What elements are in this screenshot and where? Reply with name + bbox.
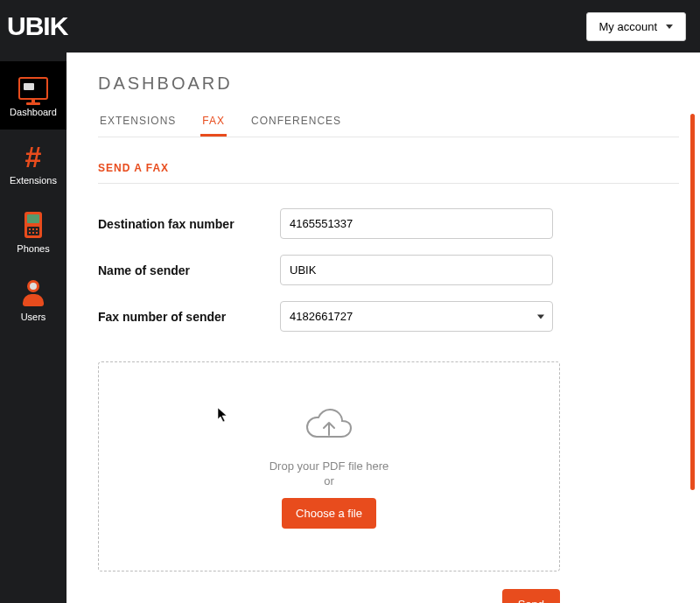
sidebar-item-label: Phones xyxy=(17,243,49,254)
sidebar: Dashboard # Extensions Phones Users xyxy=(0,53,66,603)
sidebar-item-dashboard[interactable]: Dashboard xyxy=(0,61,66,130)
tab-extensions[interactable]: EXTENSIONS xyxy=(98,108,178,137)
tab-conferences[interactable]: CONFERENCES xyxy=(249,108,343,137)
cloud-upload-icon xyxy=(305,405,353,444)
app-logo: UBIK xyxy=(7,11,67,41)
sidebar-item-label: Users xyxy=(21,312,46,322)
sender-name-label: Name of sender xyxy=(98,263,280,277)
destination-fax-input[interactable] xyxy=(280,208,553,239)
tabs: EXTENSIONS FAX CONFERENCES xyxy=(98,108,679,137)
dropzone-or: or xyxy=(324,474,334,487)
sidebar-item-label: Dashboard xyxy=(10,107,57,117)
main-content: DASHBOARD EXTENSIONS FAX CONFERENCES SEN… xyxy=(66,53,700,603)
phone-device-icon xyxy=(18,212,49,238)
my-account-dropdown[interactable]: My account xyxy=(586,12,686,41)
choose-file-button[interactable]: Choose a file xyxy=(282,498,376,529)
sidebar-item-users[interactable]: Users xyxy=(0,266,66,334)
sender-fax-label: Fax number of sender xyxy=(98,310,280,324)
form-row-destination: Destination fax number xyxy=(98,208,679,239)
destination-label: Destination fax number xyxy=(98,217,280,231)
send-button[interactable]: Send xyxy=(502,589,560,603)
user-icon xyxy=(18,280,49,306)
send-row: Send xyxy=(98,589,560,603)
dropzone-text: Drop your PDF file here xyxy=(270,459,389,473)
sidebar-item-extensions[interactable]: # Extensions xyxy=(0,130,66,198)
form-row-sender-fax: Fax number of sender 4182661727 xyxy=(98,301,679,332)
scrollbar[interactable] xyxy=(690,114,695,490)
sender-fax-select-wrap: 4182661727 xyxy=(280,301,553,332)
sender-name-input[interactable] xyxy=(280,255,553,285)
form-row-sender-name: Name of sender xyxy=(98,255,679,285)
tab-fax[interactable]: FAX xyxy=(200,108,227,137)
my-account-label: My account xyxy=(599,20,657,33)
section-heading: SEND A FAX xyxy=(98,162,679,184)
sender-fax-select[interactable]: 4182661727 xyxy=(280,301,553,332)
sidebar-item-label: Extensions xyxy=(10,175,57,186)
sidebar-item-phones[interactable]: Phones xyxy=(0,198,66,266)
topbar: UBIK My account xyxy=(0,0,700,53)
caret-down-icon xyxy=(666,25,673,29)
monitor-icon xyxy=(18,75,49,102)
page-title: DASHBOARD xyxy=(98,74,679,94)
hash-icon: # xyxy=(18,144,49,170)
file-dropzone[interactable]: Drop your PDF file here or Choose a file xyxy=(98,361,560,571)
